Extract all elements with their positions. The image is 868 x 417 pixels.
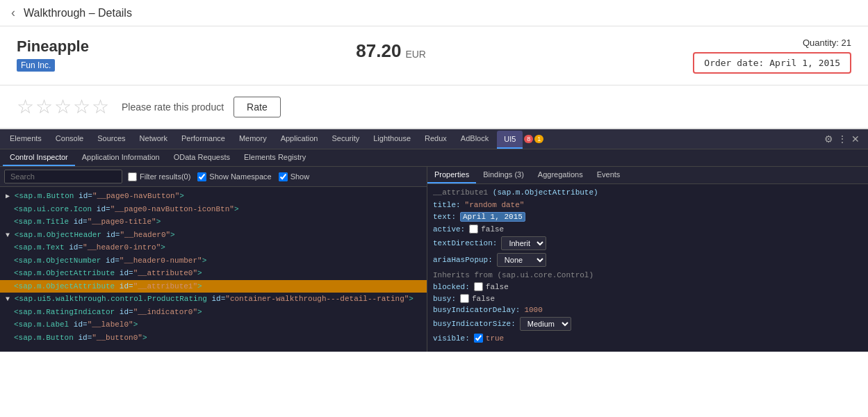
more-icon[interactable]: ⋮ xyxy=(837,133,847,145)
prop-blocked-val: false xyxy=(486,283,509,291)
prop-active-row: active: false xyxy=(433,224,862,234)
props-tab-properties[interactable]: Properties xyxy=(427,167,476,183)
prop-busydelay-row: busyIndicatorDelay: 1000 xyxy=(433,306,862,314)
prop-title-row: title: "random date" xyxy=(433,201,862,209)
order-date: Order date: April 1, 2015 xyxy=(693,52,851,74)
prop-busy-row: busy: false xyxy=(433,294,862,303)
error-badge: 8 xyxy=(524,135,533,143)
rate-button[interactable]: Rate xyxy=(234,97,281,117)
tree-node-text[interactable]: <sap.m.Text id="__header0-intro"> xyxy=(0,241,427,254)
prop-aria-row: ariaHasPopup: None True Menu ListBox Tre… xyxy=(433,253,862,267)
prop-visible-checkbox[interactable] xyxy=(474,334,483,343)
rate-placeholder-text: Please rate this product xyxy=(122,101,224,113)
tab-ui5[interactable]: UI5 xyxy=(497,131,523,149)
props-type: (sap.m.ObjectAttribute) xyxy=(493,188,598,197)
tree-node-objectnumber[interactable]: <sap.m.ObjectNumber id="__header0-number… xyxy=(0,254,427,268)
settings-icon[interactable]: ⚙ xyxy=(824,133,833,145)
tab-memory[interactable]: Memory xyxy=(232,130,274,148)
prop-busysize-key: busyIndicatorSize: xyxy=(433,320,516,328)
filter-checkbox[interactable] xyxy=(128,172,137,181)
tree-node-label[interactable]: <sap.m.Label id="__label0"> xyxy=(0,318,427,332)
product-currency: EUR xyxy=(405,49,426,60)
star-3[interactable]: ☆ xyxy=(54,95,72,118)
tab-lighthouse[interactable]: Lighthouse xyxy=(366,130,418,148)
prop-aria-select[interactable]: None True Menu ListBox Tree Grid Dialog xyxy=(497,253,546,267)
subtab-app-info[interactable]: Application Information xyxy=(75,149,167,166)
star-1[interactable]: ☆ xyxy=(17,95,34,118)
subtab-control-inspector[interactable]: Control Inspector xyxy=(3,149,75,166)
tab-elements[interactable]: Elements xyxy=(3,130,49,148)
tab-console[interactable]: Console xyxy=(49,130,90,148)
devtools-main-content: Filter results(0) Show Namespace Show ▶ … xyxy=(0,167,868,352)
devtools-main-tabs: Elements Console Sources Network Perform… xyxy=(0,129,868,149)
tab-redux[interactable]: Redux xyxy=(418,130,454,148)
prop-title-val: "random date" xyxy=(465,201,525,209)
tree-node-attribute0[interactable]: <sap.m.ObjectAttribute id="__attribute0"… xyxy=(0,267,427,280)
prop-text-row: text: April 1, 2015 xyxy=(433,212,862,222)
prop-active-checkbox[interactable] xyxy=(469,224,478,234)
props-component-header: __attribute1 (sap.m.ObjectAttribute) xyxy=(433,188,862,197)
props-id: __attribute1 xyxy=(433,188,493,197)
tree-node-productrating[interactable]: ▼ <sap.ui5.walkthrough.control.ProductRa… xyxy=(0,293,427,306)
tab-performance[interactable]: Performance xyxy=(174,130,232,148)
star-5[interactable]: ☆ xyxy=(92,95,109,118)
props-tab-aggregations[interactable]: Aggregations xyxy=(531,167,590,183)
tree-node-attribute1[interactable]: <sap.m.ObjectAttribute id="__attribute1"… xyxy=(0,280,427,293)
close-icon[interactable]: ✕ xyxy=(851,133,860,145)
prop-busy-checkbox[interactable] xyxy=(460,294,469,303)
prop-busy-key: busy: xyxy=(433,295,456,303)
filter-checkbox-label: Filter results(0) xyxy=(128,172,190,181)
inherits-type: (sap.ui.core.Control) xyxy=(497,271,593,279)
tab-security[interactable]: Security xyxy=(325,130,366,148)
subtab-elements-registry[interactable]: Elements Registry xyxy=(237,149,313,166)
prop-blocked-checkbox[interactable] xyxy=(474,282,483,291)
prop-text-val: April 1, 2015 xyxy=(460,212,525,222)
tab-adblock[interactable]: AdBlock xyxy=(454,130,496,148)
show-namespace-text: Show Namespace xyxy=(209,172,271,181)
tree-toolbar: Filter results(0) Show Namespace Show xyxy=(0,167,427,187)
tree-node-button0[interactable]: <sap.m.Button id="__button0"> xyxy=(0,332,427,345)
prop-busysize-select[interactable]: Small Medium Large xyxy=(520,317,571,331)
show-checkbox[interactable] xyxy=(279,172,288,181)
product-price: 87.20 xyxy=(356,40,401,62)
show-namespace-label: Show Namespace xyxy=(197,172,271,181)
prop-blocked-check: false xyxy=(474,282,509,291)
warn-badge: 1 xyxy=(534,135,543,143)
tree-node-iconbtn[interactable]: <sap.ui.core.Icon id="__page0-navButton-… xyxy=(0,203,427,216)
prop-title-key: title: xyxy=(433,201,461,209)
product-header: Pineapple Fun Inc. 87.20 EUR Quantity: 2… xyxy=(0,26,868,85)
subtab-odata[interactable]: OData Requests xyxy=(167,149,237,166)
star-2[interactable]: ☆ xyxy=(35,95,53,118)
tree-node-objectheader[interactable]: ▼ <sap.m.ObjectHeader id="__header0"> xyxy=(0,229,427,242)
prop-visible-val: true xyxy=(486,334,504,343)
show-text: Show xyxy=(290,172,310,181)
props-content: __attribute1 (sap.m.ObjectAttribute) tit… xyxy=(427,184,868,352)
back-button[interactable]: ‹ xyxy=(11,6,15,20)
show-namespace-checkbox[interactable] xyxy=(197,172,206,181)
tab-application[interactable]: Application xyxy=(274,130,325,148)
prop-blocked-row: blocked: false xyxy=(433,282,862,291)
page-title: Walkthrough – Details xyxy=(24,7,132,19)
product-info: Pineapple Fun Inc. xyxy=(17,38,89,72)
star-4[interactable]: ☆ xyxy=(73,95,90,118)
tab-sources[interactable]: Sources xyxy=(90,130,132,148)
tree-node-indicator[interactable]: <sap.m.RatingIndicator id="__indicator0"… xyxy=(0,306,427,319)
prop-busysize-row: busyIndicatorSize: Small Medium Large xyxy=(433,317,862,331)
tab-network[interactable]: Network xyxy=(133,130,174,148)
product-name: Pineapple xyxy=(17,38,89,56)
prop-busy-check: false xyxy=(460,294,495,303)
product-price-area: 87.20 EUR xyxy=(356,40,426,62)
props-tab-bindings[interactable]: Bindings (3) xyxy=(476,167,531,183)
devtools-panel: Elements Console Sources Network Perform… xyxy=(0,129,868,352)
prop-text-key: text: xyxy=(433,213,456,221)
dom-tree[interactable]: ▶ <sap.m.Button id="__page0-navButton"> … xyxy=(0,187,427,352)
props-tab-events[interactable]: Events xyxy=(590,167,628,183)
tree-node-title[interactable]: <sap.m.Title id="__page0-title"> xyxy=(0,215,427,229)
properties-panel: Properties Bindings (3) Aggregations Eve… xyxy=(427,167,868,352)
rating-section: ☆ ☆ ☆ ☆ ☆ Please rate this product Rate xyxy=(0,85,868,129)
prop-textdir-select[interactable]: Inherit LTR RTL xyxy=(501,236,546,250)
tree-node-navbutton[interactable]: ▶ <sap.m.Button id="__page0-navButton"> xyxy=(0,190,427,203)
filter-label: Filter results(0) xyxy=(140,172,190,181)
search-input[interactable] xyxy=(4,170,122,183)
star-rating[interactable]: ☆ ☆ ☆ ☆ ☆ xyxy=(17,95,110,118)
